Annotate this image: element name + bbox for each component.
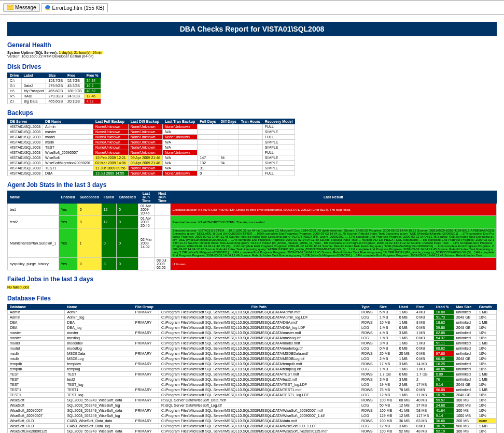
cell: 1 MB: [377, 325, 397, 330]
cell: 08 Jul 2009 02:00: [155, 258, 171, 270]
cell: SQL2008_553249_WiseSoft_data: [65, 398, 133, 403]
cell: 96.08: [433, 387, 454, 393]
cell: [133, 382, 159, 387]
col-header: Size: [377, 305, 397, 310]
cell: SQL2008_553249_WiseSoft_log: [65, 413, 133, 418]
table-row: modelmodeldevPRIMARYC:\Program Files\Mic…: [8, 341, 497, 346]
cell: tempdb: [8, 367, 65, 372]
cell: Big Data: [21, 99, 46, 104]
cell: 16.2: [84, 83, 101, 89]
drives-table: DriveLabelSizeFreeFree % C:\153.7GB52.7G…: [7, 73, 101, 104]
tab-file[interactable]: ErrorLog.htm (155 KB): [41, 3, 108, 12]
cell: [198, 145, 218, 150]
cell: PRIMARY: [133, 341, 159, 346]
cell: VISTA01\SQL2008: [8, 124, 43, 129]
cell: modeldev: [65, 341, 133, 346]
col-header: Next Run Time: [155, 191, 171, 204]
cell: Admin: [65, 310, 133, 315]
table-row: R:\RAID279.3GB24.9GB12.46: [8, 94, 101, 99]
cell: 76: [433, 377, 454, 382]
cell: 10%: [477, 413, 496, 418]
cell: 129 MB: [377, 413, 397, 418]
cell: FULL: [262, 150, 295, 155]
cell: 100 MB: [377, 429, 397, 434]
cell: C:\Program Files\Microsoft SQL Server\MS…: [159, 336, 359, 341]
cell: 40 MB: [414, 398, 434, 403]
cell: 34.34: [84, 78, 101, 83]
cell: msdb: [43, 140, 93, 145]
cell: 50 MB: [377, 403, 397, 408]
cell: N/A: [162, 129, 197, 135]
cell: [218, 150, 239, 155]
cell: 09 Apr 2009 21:46: [128, 155, 162, 161]
cell: 01 Apr 2009 20:46: [138, 216, 155, 228]
cell: unlimited: [454, 387, 477, 393]
col-header: Full Days: [198, 119, 218, 124]
col-header: Last Result: [170, 191, 496, 204]
cell: WiseSoft_OLD: [8, 418, 65, 424]
cell: 0: [116, 204, 138, 216]
col-header: Type: [359, 305, 377, 310]
cell: 0: [198, 171, 218, 176]
cell: None/Unknown: [128, 124, 162, 129]
cell: SIMPLE: [262, 145, 295, 150]
table-row: msdbMSDBLogC:\Program Files\Microsoft SQ…: [8, 356, 497, 362]
cell: 45.3GB: [65, 83, 85, 89]
table-row: WiseSoft_OLDCI453_WiseSoft_Data_dataPRIM…: [8, 418, 497, 424]
cell: 12: [101, 216, 116, 228]
cell: TEST: [8, 377, 65, 382]
table-row: VISTA01\SQL2008msdbNone/UnknownNone/Unkn…: [8, 140, 295, 145]
cell: 5 MB: [377, 310, 397, 315]
cell: TEST: [65, 372, 133, 377]
cell: 1 MB: [377, 336, 397, 341]
table-row: msdbMSDBDataPRIMARYC:\Program Files\Micr…: [8, 351, 497, 356]
cell: 3 MB: [397, 330, 414, 336]
table-row: mastermasterPRIMARYC:\Program Files\Micr…: [8, 330, 497, 336]
table-row: VISTA01\SQL2008WiseSoft15 Feb 2009 12:21…: [8, 155, 295, 161]
cell: 02 Mar 2009 14:02: [138, 228, 155, 258]
cell: None/Unknown: [128, 150, 162, 155]
table-row: VISTA01\SQL2008TESTNone/UnknownNone/Unkn…: [8, 145, 295, 150]
cell: 66.46: [433, 356, 454, 362]
cell: C:\Program Files\Microsoft SQL Server\MS…: [159, 387, 359, 393]
cell: 12.46: [84, 94, 101, 99]
cell: FULL: [262, 135, 295, 140]
cell: 62.88: [433, 330, 454, 336]
cell: 3 MB: [377, 377, 397, 382]
cell: [155, 216, 171, 228]
cell: SIMPLE: [262, 129, 295, 135]
cell: unlimited: [454, 320, 477, 325]
cell: 17 MB: [377, 362, 397, 367]
cell: 0 MB: [414, 315, 434, 320]
cell: 10%: [477, 315, 496, 320]
cell: VISTA01\SQL2008: [8, 145, 43, 150]
cell: None/Unknown: [162, 124, 197, 129]
table-row: TEST1TEST1PRIMARYC:\Program Files\Micros…: [8, 387, 497, 393]
cell: PRIMARY: [133, 398, 159, 403]
cell: None/Unknown: [128, 145, 162, 150]
col-header: File Group: [133, 305, 159, 310]
cell: Admin: [8, 315, 65, 320]
cell: DBA: [8, 325, 65, 330]
cell: DBA: [65, 320, 133, 325]
cell: LOG: [359, 413, 377, 418]
cell: [239, 166, 262, 171]
cell: R:\: [8, 94, 22, 99]
cell: VISTA01\SQL2008: [8, 166, 43, 171]
tab-message[interactable]: Message: [3, 3, 40, 12]
cell: PRIMARY: [133, 330, 159, 336]
cell: 465.6GB: [46, 99, 65, 104]
cell: [133, 315, 159, 320]
cell: 58 MB: [414, 408, 434, 413]
cell: [138, 258, 155, 270]
cell: 52 MB: [397, 429, 414, 434]
cell: C:\Program Files\Microsoft SQL Server\MS…: [159, 315, 359, 320]
cell: 1 MB: [477, 372, 496, 377]
table-row: TESTTESTPRIMARYC:\Program Files\Microsof…: [8, 372, 497, 377]
cell: 100 MB: [377, 408, 397, 413]
cell: [218, 124, 239, 129]
cell: H:\: [8, 89, 22, 94]
cell: 4.32: [84, 99, 101, 104]
cell: 19 MB: [377, 382, 397, 387]
cell: 10%: [477, 403, 496, 408]
